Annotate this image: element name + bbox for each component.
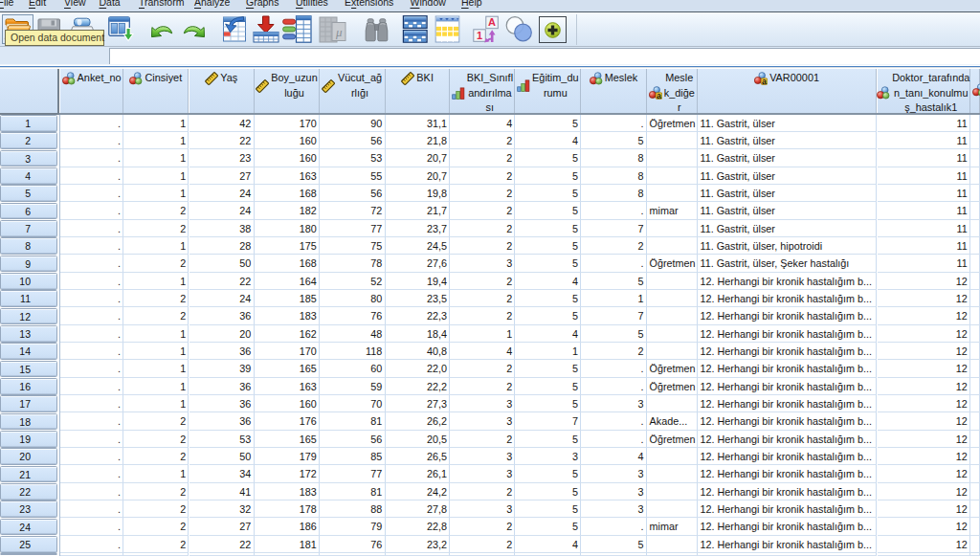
svg-text:1: 1 (477, 30, 482, 41)
svg-text:a: a (762, 77, 767, 85)
svg-text:μ: μ (335, 25, 343, 39)
svg-text:A: A (488, 16, 496, 28)
svg-text:a: a (657, 91, 661, 100)
